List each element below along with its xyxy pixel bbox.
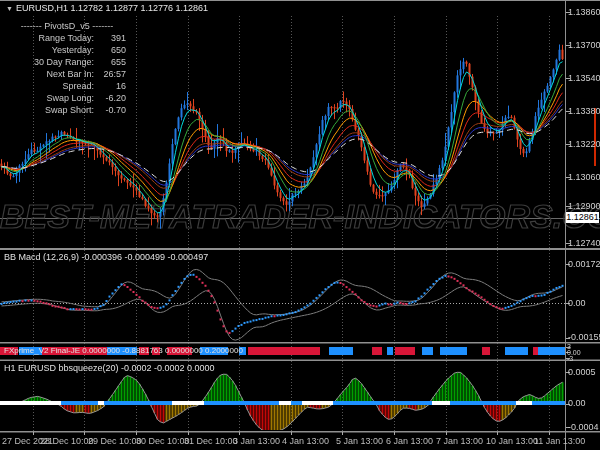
time-axis-label: 31 Dec 10:00	[184, 436, 238, 447]
bbmacd-scale-label: 0.00	[568, 298, 599, 309]
price-scale-label: 1.12740	[568, 238, 599, 249]
pivot-label: Range Today:	[8, 33, 94, 45]
pivot-label: Swap Long:	[8, 93, 94, 105]
bbmacd-scale-label: 0.001721	[568, 259, 599, 270]
time-axis-label: 11 Jan 13:00	[534, 436, 585, 447]
price-scale-label: 1.13860	[568, 7, 599, 18]
price-scale-label: 1.13700	[568, 40, 599, 51]
time-axis-label: 28 Dec 10:00	[40, 436, 94, 447]
time-axis-label: 6 Jan 13:00	[386, 436, 433, 447]
pivot-row: Spread:16	[8, 81, 126, 93]
time-axis-label: 5 Jan 13:00	[336, 436, 383, 447]
fxprime-scale-label: -3	[567, 355, 599, 362]
bbsqueeze-indicator-label: H1 EURUSD bbsqueeze(20) -0.0002 -0.0002 …	[4, 363, 215, 374]
pivots-indicator-panel: ------- PivotsD_v5 ------- Range Today:3…	[8, 21, 126, 117]
current-price-marker: 1.12861	[566, 212, 599, 223]
pivot-value: 655	[94, 57, 126, 69]
time-axis-label: 7 Jan 13:00	[436, 436, 483, 447]
time-axis-label: 30 Dec 10:00	[136, 436, 190, 447]
chart-title-bar: ▼EURUSD,H1 1.12782 1.12877 1.12776 1.128…	[6, 3, 208, 14]
pivot-value: -0.70	[94, 105, 126, 117]
bbsqueeze-scale-label: 0.00	[568, 398, 599, 409]
time-axis-label: 10 Jan 13:00	[486, 436, 538, 447]
time-axis-label: 29 Dec 10:00	[88, 436, 142, 447]
bbmacd-scale-label: -0.001553	[568, 332, 599, 343]
pivot-label: Yesterday:	[8, 45, 94, 57]
pivot-value: 391	[94, 33, 126, 45]
pivot-value: 26:57	[94, 69, 126, 81]
pivots-header: ------- PivotsD_v5 -------	[8, 21, 126, 32]
pivot-value: -6.20	[94, 93, 126, 105]
price-scale-label: 1.13540	[568, 73, 599, 84]
pivot-value: 16	[94, 81, 126, 93]
pivot-label: Next Bar In:	[8, 69, 94, 81]
pivot-row: Next Bar In:26:57	[8, 69, 126, 81]
pivot-row: Swap Long:-6.20	[8, 93, 126, 105]
pivot-label: Swap Short:	[8, 105, 94, 117]
price-scale-label: 1.13220	[568, 139, 599, 150]
pivot-row: Yesterday:650	[8, 45, 126, 57]
pivot-row: Swap Short:-0.70	[8, 105, 126, 117]
price-scale-label: 1.13380	[568, 106, 599, 117]
pivot-label: 30 Day Range:	[8, 57, 94, 69]
price-scale-label: 1.12900	[568, 201, 599, 212]
mt4-chart-window: BEST-METATRADER-INDICATORS.COM ▼EURUSD,H…	[0, 0, 600, 450]
price-scale-label: 1.13060	[568, 172, 599, 183]
pivot-label: Spread:	[8, 81, 94, 93]
time-axis-label: 4 Jan 13:00	[282, 436, 329, 447]
pivot-row: Range Today:391	[8, 33, 126, 45]
bbsqueeze-scale-label: 0.0005	[568, 367, 599, 378]
pivot-value: 650	[94, 45, 126, 57]
time-axis-label: 3 Jan 13:00	[233, 436, 280, 447]
chart-title: EURUSD,H1 1.12782 1.12877 1.12776 1.1286…	[16, 3, 208, 13]
bbsqueeze-scale-label: -0.0004	[568, 422, 599, 433]
pivot-row: 30 Day Range:655	[8, 57, 126, 69]
bbmacd-indicator-label: BB Macd (12,26,9) -0.000396 -0.000499 -0…	[4, 252, 208, 263]
fxprime-indicator-label: FXprime_V2 Final-JE 0.0000000 -0.8881763…	[4, 345, 243, 356]
dropdown-triangle-icon[interactable]: ▼	[6, 5, 13, 12]
